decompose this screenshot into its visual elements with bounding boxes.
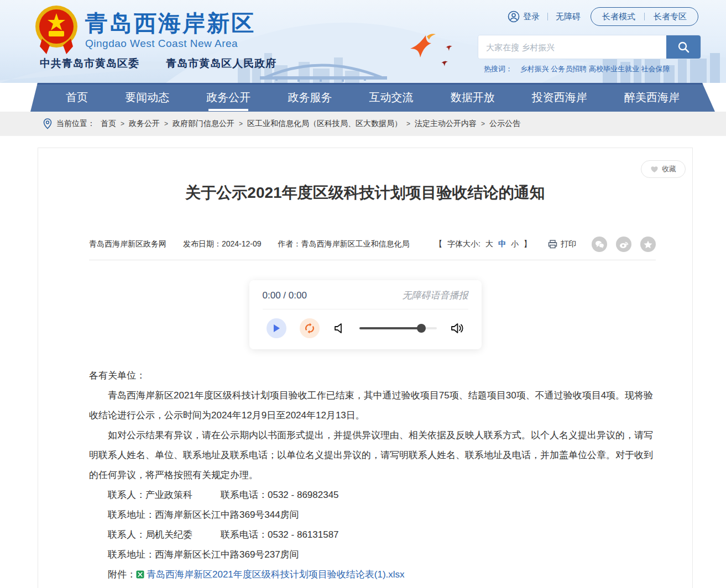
site-header: 青岛西海岸新区 Qingdao West Coast New Area 中共青岛…	[0, 0, 726, 83]
location-pin-icon	[43, 118, 52, 129]
nav-item-news[interactable]: 要闻动态	[124, 88, 170, 107]
volume-slider[interactable]	[359, 324, 437, 333]
volume-knob[interactable]	[417, 324, 426, 333]
contact-line-2: 联系人：局机关纪委 联系电话：0532 - 86131587	[89, 525, 654, 545]
nav-item-interaction[interactable]: 互动交流	[368, 88, 415, 107]
divider	[89, 260, 656, 260]
nav-item-invest[interactable]: 投资西海岸	[531, 88, 588, 107]
font-size-medium[interactable]: 中	[498, 239, 506, 249]
breadcrumb-item-home[interactable]: 首页	[101, 119, 116, 129]
article-card: 收藏 关于公示2021年度区级科技计划项目验收结论的通知 青岛西海岸新区政务网 …	[38, 148, 693, 588]
speaker-icon[interactable]	[450, 322, 464, 335]
breadcrumb-item-announcements[interactable]: 公示公告	[489, 119, 520, 129]
divider	[547, 13, 548, 20]
breadcrumb-item-dept-info[interactable]: 政府部门信息公开	[173, 119, 234, 129]
printer-icon	[548, 240, 557, 249]
user-icon	[508, 11, 520, 23]
attachment-link[interactable]: 青岛西海岸新区2021年度区级科技计划项目验收结论表(1).xlsx	[147, 569, 405, 580]
org-government: 青岛市黄岛区人民政府	[166, 57, 276, 69]
font-size-large[interactable]: 大	[485, 239, 493, 249]
hot-word-link[interactable]: 乡村振兴	[520, 65, 549, 73]
nav-item-scenery[interactable]: 醉美西海岸	[623, 88, 681, 107]
weibo-icon	[619, 240, 629, 249]
audio-time: 0:00 / 0:00	[263, 290, 307, 301]
meta-source: 青岛西海岸新区政务网	[89, 239, 166, 248]
attachment-label: 附件：	[108, 569, 136, 580]
share-weibo-button[interactable]	[616, 237, 631, 252]
search-button[interactable]	[666, 35, 701, 59]
accessibility-audio-player: 0:00 / 0:00 无障碍语音播报	[249, 280, 482, 349]
elder-pill: 长者模式 长者专区	[591, 7, 698, 26]
login-link[interactable]: 登录	[508, 11, 540, 23]
divider	[263, 309, 468, 309]
font-size-label: 字体大小:	[447, 239, 480, 249]
nav-item-open-data[interactable]: 数据开放	[450, 88, 496, 107]
breadcrumb-item-legal-disclosure[interactable]: 法定主动公开内容	[415, 119, 477, 129]
wechat-icon	[595, 240, 604, 249]
nav-item-home[interactable]: 首页	[65, 88, 89, 107]
contact-line-1: 联系人：产业政策科 联系电话：0532 - 86982345	[89, 485, 654, 505]
breadcrumb-item-gov-disclosure[interactable]: 政务公开	[129, 119, 160, 129]
play-button[interactable]	[267, 318, 286, 338]
search-bar	[478, 35, 701, 59]
search-input[interactable]	[478, 35, 666, 59]
heart-icon	[650, 165, 659, 173]
address-line-1: 联系地址：西海岸新区长江中路369号344房间	[89, 505, 654, 525]
site-subtitle: Qingdao West Coast New Area	[85, 38, 255, 50]
meta-author: 作者：青岛西海岸新区工业和信息化局	[278, 239, 409, 248]
national-emblem-icon	[34, 4, 79, 55]
replay-icon	[304, 323, 315, 334]
paragraph-2: 如对公示结果有异议，请在公示期内以书面形式提出，并提供异议理由、相关依据及反映人…	[89, 426, 654, 485]
font-size-small[interactable]: 小	[511, 239, 519, 249]
print-button[interactable]: 打印	[548, 239, 576, 249]
hot-word-link[interactable]: 公务员招聘	[551, 65, 587, 73]
site-title: 青岛西海岸新区	[85, 11, 255, 36]
main-nav: 首页 要闻动态 政务公开 政务服务 互动交流 数据开放 投资西海岸 醉美西海岸	[0, 83, 726, 112]
star-icon	[644, 240, 652, 249]
page-main: 收藏 关于公示2021年度区级科技计划项目验收结论的通知 青岛西海岸新区政务网 …	[0, 136, 726, 588]
article-title: 关于公示2021年度区级科技计划项目验收结论的通知	[38, 148, 692, 203]
share-wechat-button[interactable]	[592, 237, 607, 252]
attachment-row: 附件： 青岛西海岸新区2021年度区级科技计划项目验收结论表(1).xlsx	[89, 565, 654, 585]
hot-words-label: 热搜词：	[484, 65, 513, 73]
nav-item-gov-services[interactable]: 政务服务	[286, 88, 333, 107]
org-committee: 中共青岛市黄岛区委	[40, 57, 139, 69]
accessibility-link[interactable]: 无障碍	[556, 12, 581, 22]
address-line-2: 联系地址：西海岸新区长江中路369号237房间	[89, 545, 654, 565]
audio-caption: 无障碍语音播报	[403, 289, 468, 302]
share-qzone-button[interactable]	[640, 237, 656, 252]
paragraph-1: 青岛西海岸新区2021年度区级科技计划项目验收工作已结束，其中通过验收项目75项…	[89, 386, 654, 426]
nav-item-gov-disclosure[interactable]: 政务公开	[205, 88, 252, 107]
share-buttons	[592, 237, 656, 252]
hot-word-link[interactable]: 高校毕业生就业	[589, 65, 639, 73]
favorite-button[interactable]: 收藏	[641, 160, 686, 178]
article-body: 各有关单位： 青岛西海岸新区2021年度区级科技计划项目验收工作已结束，其中通过…	[89, 366, 654, 585]
meta-publish-date: 发布日期：2024-12-09	[183, 239, 262, 248]
search-icon	[677, 40, 690, 54]
mute-icon[interactable]	[333, 322, 346, 335]
breadcrumb: 当前位置： 首页 > 政务公开 > 政府部门信息公开 > 区工业和信息化局（区科…	[0, 112, 726, 136]
hot-search-words: 热搜词： 乡村振兴 公务员招聘 高校毕业生就业 社会保障	[484, 64, 670, 74]
hot-word-link[interactable]: 社会保障	[641, 65, 670, 73]
elder-mode-button[interactable]: 长者模式	[602, 12, 635, 22]
play-icon	[273, 324, 280, 333]
article-meta: 青岛西海岸新区政务网 发布日期：2024-12-09 作者：青岛西海岸新区工业和…	[89, 237, 656, 252]
org-names: 中共青岛市黄岛区委 青岛市黄岛区人民政府	[40, 56, 276, 71]
divider	[644, 13, 645, 20]
salutation: 各有关单位：	[89, 366, 654, 386]
elder-zone-button[interactable]: 长者专区	[654, 12, 687, 22]
replay-button[interactable]	[300, 318, 320, 338]
excel-file-icon	[136, 570, 144, 579]
breadcrumb-item-bureau[interactable]: 区工业和信息化局（区科技局、区大数据局）	[247, 119, 402, 129]
bird-icons	[410, 34, 452, 66]
breadcrumb-label: 当前位置：	[56, 119, 95, 129]
font-size-control: 【 字体大小: 大 中 小 】	[435, 239, 531, 249]
